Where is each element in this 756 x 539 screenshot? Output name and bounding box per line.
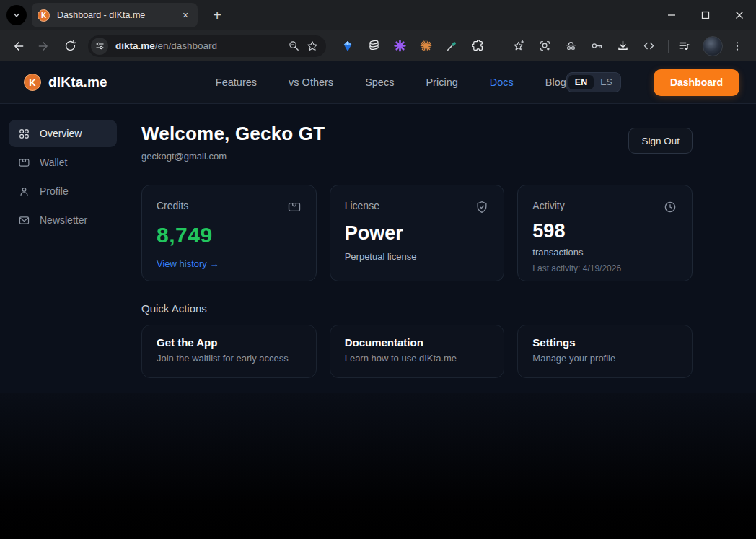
tab-strip: K Dashboard - dIKta.me × + — [0, 0, 756, 30]
back-button[interactable] — [7, 35, 29, 57]
flower-icon — [393, 39, 407, 53]
url-domain: dikta.me — [115, 40, 155, 51]
reload-button[interactable] — [59, 35, 81, 57]
downloads-button[interactable] — [612, 35, 633, 57]
sidebar-item-label: Profile — [40, 185, 69, 197]
address-bar[interactable]: dikta.me/en/dashboard — [88, 35, 326, 57]
forward-button[interactable] — [33, 35, 55, 57]
close-icon — [734, 9, 745, 21]
lang-en-button[interactable]: EN — [568, 75, 594, 89]
grid-icon — [18, 128, 30, 140]
maximize-icon — [700, 9, 711, 21]
site-controls-icon[interactable] — [91, 38, 108, 55]
starburst-extension-button[interactable] — [414, 35, 437, 58]
playlist-music-icon — [677, 39, 691, 53]
activity-value: 598 — [532, 220, 677, 242]
quick-action-documentation[interactable]: Documentation Learn how to use dIKta.me — [330, 325, 505, 378]
media-playlist-button[interactable] — [673, 35, 695, 57]
back-icon — [11, 39, 25, 53]
brand-name[interactable]: dIKta.me — [48, 74, 107, 90]
view-history-link[interactable]: View history → — [157, 258, 219, 269]
nav-link-pricing[interactable]: Pricing — [426, 76, 457, 88]
bookmark-star-button[interactable] — [303, 37, 322, 56]
welcome-row: Welcome, Gecko GT geckogt@gmail.com Sign… — [141, 123, 693, 162]
database-icon — [367, 39, 381, 53]
gem-extension-button[interactable] — [336, 35, 359, 58]
quick-actions-row: Get the App Join the waitlist for early … — [141, 325, 693, 378]
reload-icon — [63, 39, 77, 53]
passwords-key-button[interactable] — [586, 35, 607, 57]
eyedropper-extension-button[interactable] — [440, 35, 463, 58]
url-text[interactable]: dikta.me/en/dashboard — [115, 40, 284, 51]
activity-card: Activity 598 transactions Last activity:… — [517, 185, 693, 281]
database-extension-button[interactable] — [362, 35, 385, 58]
quick-action-settings[interactable]: Settings Manage your profile — [517, 325, 693, 378]
chevron-down-icon — [10, 9, 23, 22]
tab-close-icon[interactable]: × — [179, 9, 192, 22]
window-controls — [654, 0, 756, 30]
lang-es-button[interactable]: ES — [594, 75, 619, 89]
card-label: License — [345, 200, 379, 211]
welcome-block: Welcome, Gecko GT geckogt@gmail.com — [141, 123, 325, 162]
puzzle-icon — [471, 39, 485, 53]
quick-action-title: Settings — [532, 336, 677, 349]
nav-link-blog[interactable]: Blog — [545, 76, 566, 88]
stats-row: Credits 8,749 View history → License Pow… — [141, 185, 693, 281]
sign-out-button[interactable]: Sign Out — [628, 128, 693, 154]
credits-value: 8,749 — [157, 223, 302, 247]
incognito-button[interactable] — [560, 35, 581, 57]
credits-card: Credits 8,749 View history → — [141, 185, 317, 281]
maximize-button[interactable] — [688, 0, 722, 30]
tab-favicon-icon: K — [38, 9, 50, 22]
browser-tab[interactable]: K Dashboard - dIKta.me × — [32, 3, 198, 27]
minimize-icon — [666, 9, 677, 21]
star-icon — [306, 40, 319, 53]
main-nav: Features vs Others Specs Pricing Docs Bl… — [216, 76, 566, 88]
sidebar-item-profile[interactable]: Profile — [9, 178, 117, 205]
kebab-menu-button[interactable] — [726, 35, 748, 57]
sidebar-item-wallet[interactable]: Wallet — [9, 149, 117, 176]
dashboard-button[interactable]: Dashboard — [654, 69, 739, 96]
sidebar-item-overview[interactable]: Overview — [9, 120, 117, 147]
quick-action-get-the-app[interactable]: Get the App Join the waitlist for early … — [141, 325, 317, 378]
quick-action-title: Documentation — [345, 336, 490, 349]
code-icon — [642, 39, 656, 53]
url-path: /en/dashboard — [155, 40, 217, 51]
nav-link-vs-others[interactable]: vs Others — [289, 76, 333, 88]
bookmarks-sparkle-button[interactable] — [508, 35, 529, 57]
user-icon — [18, 185, 30, 198]
main-content: Welcome, Gecko GT geckogt@gmail.com Sign… — [126, 104, 756, 393]
license-subtitle: Perpetual license — [345, 251, 490, 262]
close-window-button[interactable] — [722, 0, 756, 30]
clock-icon — [663, 200, 677, 214]
flower-extension-button[interactable] — [388, 35, 411, 58]
lens-capture-button[interactable] — [534, 35, 555, 57]
sidebar-item-newsletter[interactable]: Newsletter — [9, 206, 117, 234]
site-header: K dIKta.me Features vs Others Specs Pric… — [0, 61, 756, 104]
mail-icon — [18, 214, 30, 227]
tab-search-button[interactable] — [6, 5, 27, 25]
nav-link-docs[interactable]: Docs — [490, 76, 514, 88]
wallet-icon — [18, 157, 30, 169]
sidebar-item-label: Newsletter — [40, 214, 87, 226]
site-logo-icon[interactable]: K — [24, 74, 41, 91]
lens-capture-icon — [538, 39, 552, 53]
profile-avatar[interactable] — [703, 36, 723, 56]
sidebar-item-label: Overview — [40, 128, 82, 139]
activity-note: Last activity: 4/19/2026 — [532, 263, 677, 273]
nav-link-features[interactable]: Features — [216, 76, 257, 88]
code-brackets-button[interactable] — [638, 35, 659, 57]
language-toggle: EN ES — [566, 72, 621, 92]
tab-title: Dashboard - dIKta.me — [57, 10, 179, 20]
quick-action-subtitle: Learn how to use dIKta.me — [345, 353, 490, 364]
kebab-menu-icon — [731, 40, 743, 52]
forward-icon — [37, 39, 51, 53]
browser-toolbar: dikta.me/en/dashboard — [0, 30, 756, 61]
extensions-puzzle-button[interactable] — [466, 35, 489, 58]
page-footer-space — [0, 393, 756, 539]
browser-window: K Dashboard - dIKta.me × + — [0, 0, 756, 539]
nav-link-specs[interactable]: Specs — [365, 76, 394, 88]
minimize-button[interactable] — [654, 0, 688, 30]
zoom-out-button[interactable] — [284, 37, 303, 56]
new-tab-button[interactable]: + — [208, 6, 227, 25]
